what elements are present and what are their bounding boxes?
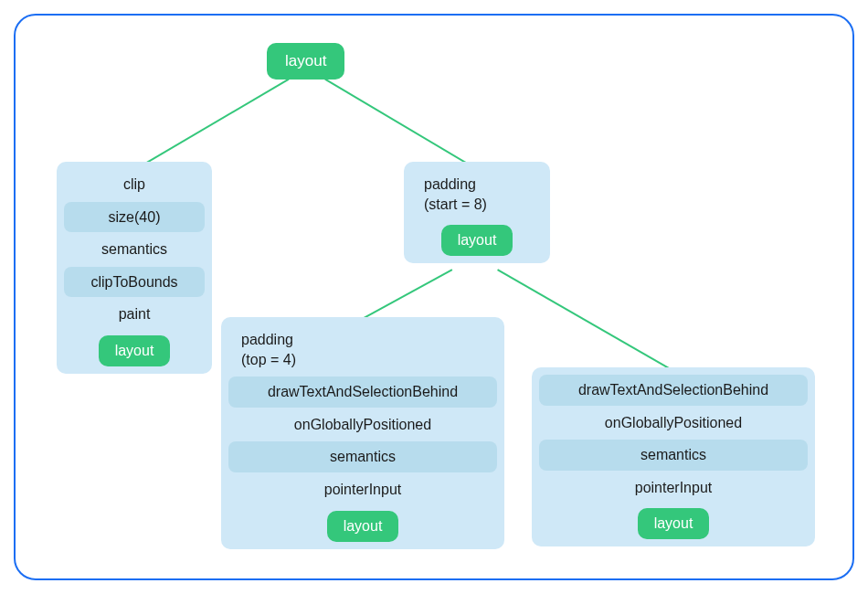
modifier-padding-start: padding (start = 8)	[411, 169, 543, 219]
modifier-pointerinput: pointerInput	[228, 474, 497, 505]
diagram-frame: layout clip size(40) semantics clipToBou…	[14, 14, 854, 580]
svg-line-1	[325, 80, 471, 165]
layout-leaf: layout	[537, 504, 810, 541]
modifier-clip: clip	[64, 169, 205, 200]
modifier-drawtext: drawTextAndSelectionBehind	[539, 375, 808, 406]
modifier-paint: paint	[64, 299, 205, 330]
modifier-ongloballypositioned: onGloballyPositioned	[539, 408, 808, 439]
modifier-semantics: semantics	[64, 234, 205, 265]
modifier-ongloballypositioned: onGloballyPositioned	[228, 409, 497, 440]
node-padding-start: padding (start = 8) layout	[404, 162, 550, 263]
node-clip: clip size(40) semantics clipToBounds pai…	[57, 162, 212, 374]
svg-line-3	[498, 270, 680, 374]
modifier-semantics: semantics	[539, 440, 808, 471]
layout-leaf: layout	[409, 221, 545, 258]
layout-leaf: layout	[227, 507, 499, 544]
modifier-size: size(40)	[64, 202, 205, 233]
layout-leaf: layout	[62, 332, 206, 368]
modifier-pointerinput: pointerInput	[539, 472, 808, 504]
modifier-drawtext: drawTextAndSelectionBehind	[228, 377, 497, 408]
modifier-semantics: semantics	[228, 441, 497, 472]
modifier-padding-top: padding (top = 4)	[228, 324, 497, 375]
svg-line-2	[353, 270, 452, 324]
svg-line-0	[134, 80, 289, 170]
modifier-cliptobounds: clipToBounds	[64, 267, 205, 298]
node-padding-top: padding (top = 4) drawTextAndSelectionBe…	[221, 317, 504, 549]
root-layout-node: layout	[267, 43, 344, 80]
node-drawtext: drawTextAndSelectionBehind onGloballyPos…	[532, 367, 815, 546]
